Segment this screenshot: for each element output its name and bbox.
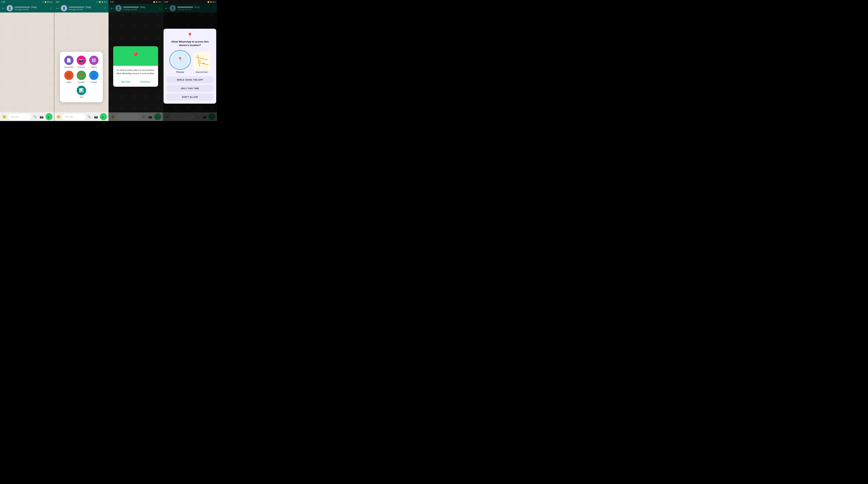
contact-label: Contact: [91, 81, 97, 83]
camera-icon-4: 📷: [202, 114, 207, 119]
input-bar-2: 🙂 Message 📎 📷 🎤: [54, 113, 108, 121]
precise-label: Precise: [177, 71, 184, 73]
back-button-1[interactable]: ←: [2, 6, 5, 10]
app-bar-2: ← 👤 (You) Message yourself ⋮: [54, 4, 108, 12]
subtitle-3: Message yourself: [123, 8, 156, 10]
approx-label: Approximate: [195, 71, 208, 73]
title-area-4: (You) Message yourself: [177, 6, 211, 10]
attach-document[interactable]: 📄 Document: [64, 56, 74, 68]
poll-row: 📊 Poll: [64, 86, 99, 98]
location-map-top: 📍: [113, 46, 158, 66]
back-button-4[interactable]: ←: [164, 6, 168, 10]
name-bar-4: [177, 6, 193, 8]
avatar-1: 👤: [7, 5, 13, 11]
name-bar-1: [14, 6, 30, 8]
menu-dots-2[interactable]: ⋮: [104, 6, 107, 10]
menu-dots-1[interactable]: ⋮: [50, 6, 53, 10]
permission-location-icon: 📍: [167, 33, 213, 38]
gallery-icon: 🖼: [89, 56, 98, 65]
panel-2: 1:17 🌐 📶 🔋 69% ← 👤 (You) Message yoursel…: [54, 0, 108, 121]
title-area-1: (You) Message yourself: [14, 6, 48, 10]
continue-button[interactable]: Continue: [138, 80, 152, 84]
attach-icon-1[interactable]: 📎: [32, 114, 38, 119]
contact-name-1: (You): [31, 6, 37, 8]
emoji-icon-1[interactable]: 🙂: [2, 114, 7, 119]
status-time-2: 1:17: [56, 1, 59, 3]
app-bar-4: ← 👤 (You) Message yourself ⋮: [163, 4, 217, 12]
camera-label: Camera: [78, 66, 85, 68]
attach-icon-3: 📎: [141, 114, 146, 119]
app-bar-1: ← 👤 (You) Message yourself ⋮: [0, 4, 54, 12]
chat-bg-2: 📄 Document 📷 Camera 🖼 Gallery 🎧 Audio: [54, 12, 108, 113]
location-dialog-text: To send a nearby place or your location,…: [116, 68, 155, 75]
attach-audio[interactable]: 🎧 Audio: [64, 71, 74, 83]
attach-poll[interactable]: 📊 Poll: [77, 86, 86, 98]
status-time-1: 1:17: [2, 1, 5, 3]
chat-bg-3: 📍 To send a nearby place or your locatio…: [109, 12, 163, 113]
precision-map-row: 📍 Precise: [167, 50, 213, 73]
subtitle-4: Message yourself: [177, 8, 211, 10]
menu-dots-4[interactable]: ⋮: [212, 6, 215, 10]
name-bar-3: [123, 6, 139, 8]
back-button-2[interactable]: ←: [56, 6, 59, 10]
mic-button-1[interactable]: 🎤: [45, 113, 53, 120]
document-label: Document: [64, 66, 73, 68]
status-bar-1: 1:17 🌐 📶 🔋 69%: [0, 0, 54, 4]
input-bar-3: 🙂 📎 📷 🎤: [109, 113, 163, 121]
status-time-4: 1:17: [164, 1, 168, 3]
attachment-popup: 📄 Document 📷 Camera 🖼 Gallery 🎧 Audio: [60, 52, 103, 102]
menu-dots-3[interactable]: ⋮: [158, 6, 161, 10]
status-bar-2: 1:17 🌐 📶 🔋 69%: [54, 0, 108, 4]
dont-allow-button[interactable]: DON'T ALLOW: [167, 93, 213, 100]
attach-contact[interactable]: 👤 Contact: [89, 71, 99, 83]
camera-icon-1[interactable]: 📷: [39, 114, 44, 119]
attach-location[interactable]: 📍 Location: [76, 71, 87, 83]
audio-label: Audio: [66, 81, 71, 83]
emoji-icon-3: 🙂: [110, 114, 116, 119]
camera-attach-icon: 📷: [77, 56, 86, 65]
document-icon: 📄: [64, 56, 73, 65]
status-icons-2: 🌐 📶 🔋 69%: [96, 1, 107, 3]
gallery-label: Gallery: [91, 66, 97, 68]
location-label: Location: [78, 81, 85, 83]
precise-map-svg: 📍: [172, 52, 188, 68]
attach-camera[interactable]: 📷 Camera: [76, 56, 87, 68]
subtitle-2: Message yourself: [69, 8, 102, 10]
svg-text:📍: 📍: [178, 57, 182, 61]
avatar-3: 👤: [115, 5, 122, 11]
attach-grid: 📄 Document 📷 Camera 🖼 Gallery 🎧 Audio: [64, 56, 99, 83]
precise-map[interactable]: 📍: [169, 50, 191, 70]
svg-rect-12: [199, 60, 200, 61]
avatar-4: 👤: [169, 5, 176, 11]
not-now-button[interactable]: Not now: [120, 80, 132, 84]
svg-rect-8: [194, 53, 209, 69]
contact-name-4: (You): [194, 6, 199, 8]
svg-point-5: [177, 62, 178, 62]
approx-map[interactable]: [193, 52, 210, 70]
contact-name-3: (You): [140, 6, 145, 8]
camera-icon-2[interactable]: 📷: [93, 114, 99, 119]
message-input-1[interactable]: Message: [8, 114, 31, 120]
avatar-2: 👤: [61, 5, 67, 11]
only-this-time-button[interactable]: ONLY THIS TIME: [167, 85, 213, 92]
contact-name-2: (You): [86, 6, 91, 8]
status-icons-3: 📶 🔋 69%: [153, 1, 161, 3]
mic-button-2[interactable]: 🎤: [100, 113, 107, 120]
name-bar-2: [69, 6, 84, 8]
status-bar-3: 1:17 📶 🔋 69%: [109, 0, 163, 4]
emoji-icon-2[interactable]: 🙂: [56, 114, 61, 119]
message-input-2[interactable]: Message: [62, 114, 85, 120]
while-using-app-button[interactable]: WHILE USING THE APP: [167, 76, 213, 83]
camera-icon-3: 📷: [148, 114, 153, 119]
panel-1: 1:17 🌐 📶 🔋 69% ← 👤 (You) Message yoursel…: [0, 0, 54, 121]
contact-icon: 👤: [89, 71, 98, 80]
status-bar-4: 1:17 📶 🔋 69%: [163, 0, 217, 4]
mic-button-3: 🎤: [154, 113, 161, 120]
attach-gallery[interactable]: 🖼 Gallery: [89, 56, 99, 68]
attach-icon-2[interactable]: 📎: [87, 114, 92, 119]
svg-rect-13: [204, 63, 204, 64]
back-button-3[interactable]: ←: [110, 6, 114, 10]
emoji-icon-4: 🙂: [164, 114, 170, 119]
location-icon: 📍: [77, 71, 86, 80]
location-dialog-actions: Not now Continue: [113, 78, 158, 87]
